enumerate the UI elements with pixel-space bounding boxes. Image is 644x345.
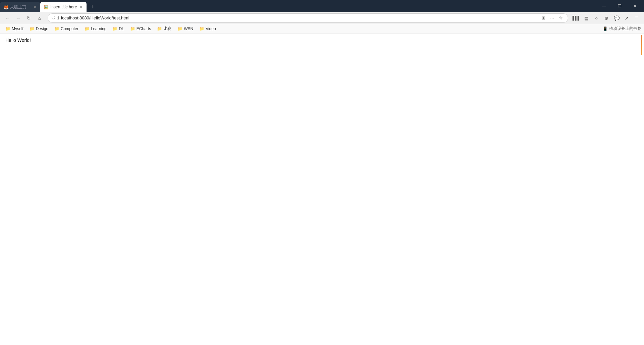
page-content: Hello World! [0,33,644,47]
reader-mode-icon[interactable]: ▤ [582,13,591,23]
chat-icon[interactable]: 💬 [612,13,621,23]
folder-icon: 📁 [130,26,135,31]
bookmark-myself[interactable]: 📁 Myself [3,26,26,32]
back-button[interactable]: ← [3,13,12,23]
bookmark-learning-label: Learning [91,26,107,31]
folder-icon: 📁 [54,26,59,31]
folder-icon: 📁 [112,26,117,31]
folder-icon: 📁 [5,26,10,31]
info-icon: ℹ [57,15,59,20]
account-icon[interactable]: ○ [592,13,601,23]
bookmark-video-label: Video [206,26,216,31]
address-input[interactable] [61,15,538,20]
restore-button[interactable]: ❐ [612,0,627,12]
security-icon: 🛡 [51,16,55,20]
address-right-icons: ⊞ ··· ☆ [540,14,565,22]
folder-icon: 📁 [85,26,90,31]
folder-icon: 📁 [177,26,182,31]
bookmark-myself-label: Myself [12,26,23,31]
active-tab-close[interactable]: × [79,4,83,10]
window-controls: — ❐ ✕ [596,0,644,12]
hello-world-text: Hello World! [5,38,31,43]
bookmark-computer[interactable]: 📁 Computer [52,26,81,32]
folder-icon: 📁 [199,26,204,31]
active-tab-title: Insert title here [50,5,77,9]
qr-code-icon[interactable]: ⊞ [540,14,547,22]
address-bar[interactable]: 🛡 ℹ ⊞ ··· ☆ [48,13,568,23]
bookmark-dl[interactable]: 📁 DL [110,26,126,32]
bookmarks-bar: 📁 Myself 📁 Design 📁 Computer 📁 Learning … [0,24,644,33]
bookmark-design[interactable]: 📁 Design [27,26,51,32]
bookmark-wsn[interactable]: 📁 WSN [175,26,196,32]
toolbar-right: ▌▌▌ ▤ ○ ⊕ 💬 ↗ ≡ [572,13,641,23]
bookmark-bisai[interactable]: 📁 比赛 [154,25,174,32]
new-tab-button[interactable]: + [88,2,97,12]
bookmark-design-label: Design [36,26,48,31]
bookmark-echarts[interactable]: 📁 ECharts [127,26,154,32]
forward-button[interactable]: → [13,13,23,23]
bookmark-dl-label: DL [119,26,124,31]
home-button[interactable]: ⌂ [35,13,44,23]
menu-icon[interactable]: ≡ [632,13,641,23]
bookmarks-right: 📱 移动设备上的书签 [603,26,641,31]
share-icon[interactable]: ↗ [622,13,631,23]
minimize-button[interactable]: — [596,0,612,12]
bookmark-echarts-label: ECharts [137,26,151,31]
active-tab[interactable]: 🖼️ Insert title here × [40,2,87,12]
scrollbar[interactable] [639,33,644,47]
inactive-tab-close[interactable]: × [33,4,37,10]
close-button[interactable]: ✕ [627,0,643,12]
mobile-bookmarks-label: 移动设备上的书签 [609,26,641,31]
scrollbar-thumb[interactable] [641,35,642,47]
more-options-icon[interactable]: ··· [548,14,556,22]
bookmark-wsn-label: WSN [184,26,193,31]
bookmarks-library-icon[interactable]: ▌▌▌ [572,13,581,23]
title-bar: 🦊 火狐主页 × 🖼️ Insert title here × + — ❐ ✕ [0,0,644,12]
inactive-tab[interactable]: 🦊 火狐主页 × [0,2,40,12]
folder-icon: 📁 [30,26,35,31]
extension-icon[interactable]: ⊕ [602,13,611,23]
bookmark-star-icon[interactable]: ☆ [557,14,565,22]
bookmark-computer-label: Computer [61,26,78,31]
bookmark-learning[interactable]: 📁 Learning [82,26,109,32]
mobile-icon: 📱 [603,26,608,31]
folder-icon: 📁 [157,26,162,31]
tab-bar: 🦊 火狐主页 × 🖼️ Insert title here × + [0,0,596,12]
bookmark-bisai-label: 比赛 [163,26,171,31]
refresh-button[interactable]: ↻ [24,13,34,23]
fox-favicon: 🦊 [3,5,8,9]
nav-bar: ← → ↻ ⌂ 🛡 ℹ ⊞ ··· ☆ ▌▌▌ ▤ ○ ⊕ 💬 ↗ ≡ [0,12,644,24]
inactive-tab-title: 火狐主页 [10,4,31,10]
page-favicon: 🖼️ [44,5,48,9]
bookmark-video[interactable]: 📁 Video [197,26,218,32]
